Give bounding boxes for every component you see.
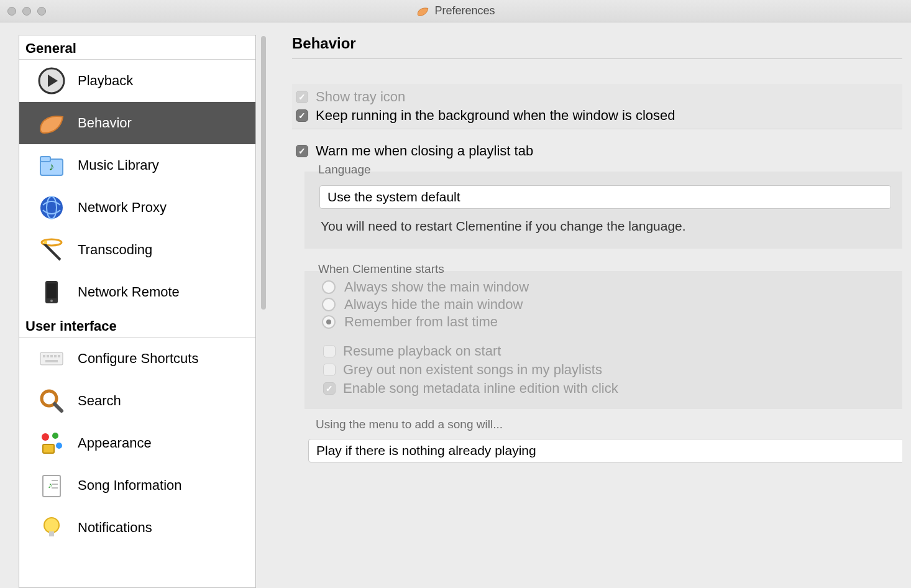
- folder-icon: [37, 150, 66, 180]
- sidebar: General Playback Behavior Music Library …: [19, 35, 256, 588]
- warn-row: Warn me when closing a playlist tab: [292, 142, 902, 160]
- window-controls: [7, 7, 46, 16]
- radio-label: Remember from last time: [344, 314, 498, 330]
- startup-fieldset: When Clementine starts Always show the m…: [304, 271, 902, 409]
- addsong-legend: Using the menu to add a song will...: [316, 418, 503, 431]
- sidebar-item-label: Appearance: [78, 435, 152, 451]
- startup-legend: When Clementine starts: [316, 262, 447, 276]
- keep-running-row: Keep running in the background when the …: [292, 106, 902, 125]
- tray-block: Show tray icon Keep running in the backg…: [292, 84, 902, 129]
- addsong-select[interactable]: Play if there is nothing already playing: [308, 439, 902, 462]
- resume-label: Resume playback on start: [343, 343, 501, 359]
- radio-label: Always hide the main window: [344, 296, 523, 313]
- zoom-dot[interactable]: [37, 7, 46, 16]
- sidebar-item-label: Network Proxy: [78, 200, 167, 216]
- show-tray-label: Show tray icon: [316, 89, 405, 105]
- radio-remember: [322, 315, 336, 329]
- language-select[interactable]: Use the system default: [319, 185, 891, 209]
- sidebar-item-label: Transcoding: [78, 242, 152, 258]
- greyout-label: Grey out non existent songs in my playli…: [343, 362, 602, 378]
- language-selected: Use the system default: [327, 190, 460, 204]
- inline-checkbox: [323, 382, 336, 395]
- wand-icon: [37, 235, 66, 265]
- language-fieldset: Language Use the system default You will…: [304, 172, 902, 249]
- resume-checkbox: [323, 345, 336, 357]
- sidebar-item-label: Playback: [78, 73, 133, 89]
- close-dot[interactable]: [7, 7, 16, 16]
- sidebar-item-network-remote[interactable]: Network Remote: [19, 271, 255, 313]
- greyout-row: Grey out non existent songs in my playli…: [319, 361, 891, 379]
- warn-checkbox[interactable]: [296, 145, 308, 157]
- resume-row: Resume playback on start: [319, 342, 891, 361]
- titlebar: Preferences: [0, 0, 911, 22]
- addsong-fieldset: Using the menu to add a song will... Pla…: [304, 421, 902, 462]
- language-hint: You will need to restart Clementine if y…: [319, 209, 891, 237]
- appearance-icon: [37, 428, 66, 458]
- sidebar-item-song-info[interactable]: Song Information: [19, 464, 255, 507]
- app-icon: [416, 4, 429, 18]
- sidebar-item-playback[interactable]: Playback: [19, 60, 255, 102]
- keyboard-icon: [37, 344, 66, 374]
- content-pane: Behavior Show tray icon Keep running in …: [267, 35, 902, 588]
- minimize-dot[interactable]: [22, 7, 31, 16]
- sidebar-item-label: Music Library: [78, 157, 159, 173]
- sidebar-item-network-proxy[interactable]: Network Proxy: [19, 186, 255, 229]
- sidebar-item-label: Configure Shortcuts: [78, 351, 198, 367]
- radio-hide: [322, 298, 336, 311]
- radio-label: Always show the main window: [344, 279, 529, 295]
- keep-running-checkbox[interactable]: [296, 109, 308, 122]
- sidebar-scrollbar[interactable]: [260, 35, 267, 588]
- radio-show: [322, 280, 336, 294]
- window-title: Preferences: [434, 4, 495, 17]
- sidebar-item-label: Notifications: [78, 520, 152, 536]
- bulb-icon: [37, 513, 66, 543]
- scrollbar-thumb[interactable]: [261, 36, 266, 310]
- sidebar-item-label: Behavior: [78, 115, 132, 131]
- play-icon: [37, 66, 66, 96]
- group-header-ui: User interface: [19, 313, 255, 338]
- show-tray-checkbox: [296, 91, 308, 103]
- sidebar-item-label: Network Remote: [78, 284, 180, 300]
- sidebar-item-behavior[interactable]: Behavior: [19, 102, 255, 144]
- greyout-checkbox: [323, 364, 336, 376]
- search-icon: [37, 386, 66, 416]
- globe-icon: [37, 193, 66, 223]
- startup-option-hide: Always hide the main window: [319, 296, 891, 313]
- inline-label: Enable song metadata inline edition with…: [343, 380, 618, 397]
- sidebar-item-transcoding[interactable]: Transcoding: [19, 229, 255, 271]
- keep-running-label: Keep running in the background when the …: [316, 108, 675, 124]
- sidebar-item-notifications[interactable]: Notifications: [19, 507, 255, 549]
- clementine-icon: [37, 108, 66, 138]
- sidebar-item-shortcuts[interactable]: Configure Shortcuts: [19, 338, 255, 380]
- sidebar-item-label: Search: [78, 393, 121, 409]
- sidebar-item-search[interactable]: Search: [19, 380, 255, 422]
- inline-row: Enable song metadata inline edition with…: [319, 379, 891, 398]
- warn-block: Warn me when closing a playlist tab Lang…: [292, 142, 902, 462]
- startup-option-show: Always show the main window: [319, 278, 891, 296]
- group-header-general: General: [19, 35, 255, 60]
- show-tray-row: Show tray icon: [292, 88, 902, 106]
- sidebar-item-label: Song Information: [78, 477, 182, 494]
- addsong-selected: Play if there is nothing already playing: [316, 443, 536, 457]
- warn-label: Warn me when closing a playlist tab: [316, 143, 533, 159]
- doc-icon: [37, 471, 66, 500]
- page-heading: Behavior: [292, 35, 902, 59]
- phone-icon: [37, 277, 66, 307]
- language-legend: Language: [316, 163, 373, 177]
- startup-option-remember: Remember from last time: [319, 313, 891, 331]
- sidebar-item-music-library[interactable]: Music Library: [19, 144, 255, 186]
- sidebar-item-appearance[interactable]: Appearance: [19, 422, 255, 464]
